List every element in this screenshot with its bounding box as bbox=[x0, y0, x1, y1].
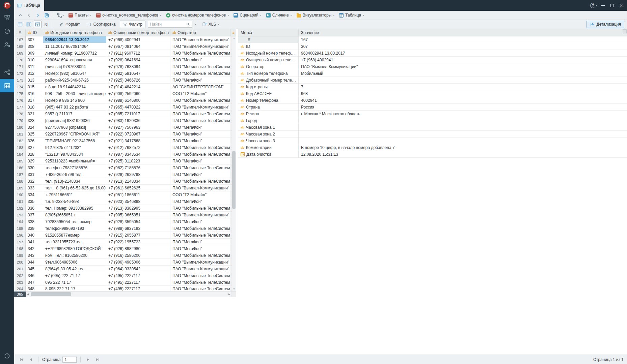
cell-operator[interactable]: ПАО "Мобильные ТелеСистемы" bbox=[170, 70, 230, 77]
cell-id[interactable]: 347 bbox=[26, 279, 43, 285]
column-header-operator[interactable]: abОператор bbox=[170, 29, 230, 36]
cell-n[interactable]: 187 bbox=[14, 171, 26, 178]
cell-operator[interactable]: ПАО "Вымпел-Коммуникации" bbox=[170, 36, 230, 43]
detail-row[interactable]: abТип номера телефонаМобильный bbox=[238, 70, 627, 77]
minimize-button[interactable] bbox=[598, 0, 607, 11]
cell-source[interactable]: тел.9221955723тел. bbox=[43, 239, 106, 245]
sidebar-item-connections[interactable] bbox=[0, 65, 14, 79]
cell-id[interactable]: 337 bbox=[26, 212, 43, 218]
table-row[interactable]: 191335т.н. 9-233-546-898+7 (923) 3546898… bbox=[14, 198, 236, 205]
column-header-id[interactable]: abID bbox=[26, 29, 43, 36]
detail-row[interactable]: abЧасовая зона 2 bbox=[238, 131, 627, 138]
cell-clean[interactable]: +7 (911) 9607712 bbox=[106, 50, 170, 56]
cell-clean[interactable]: +7 (961) 6652625 bbox=[106, 185, 170, 191]
cell-n[interactable]: 183 bbox=[14, 144, 26, 151]
cell-n[interactable]: 201 bbox=[14, 266, 26, 272]
sidebar-item-info[interactable] bbox=[0, 351, 14, 361]
cell-id[interactable]: 311 bbox=[26, 63, 43, 70]
cell-id[interactable]: 309 bbox=[26, 50, 43, 56]
cell-source[interactable]: 9152055877номер bbox=[43, 232, 106, 238]
cell-source[interactable]: 908 - 259 - 2060 - личный номер bbox=[43, 90, 106, 97]
table-row[interactable]: 186330телефон 79827185576+7 (982) 718557… bbox=[14, 164, 236, 171]
cell-n[interactable]: 169 bbox=[14, 50, 26, 56]
cell-source[interactable]: 11.11.2017 9670814064 bbox=[43, 43, 106, 50]
cell-id[interactable]: 324 bbox=[26, 124, 43, 130]
cell-id[interactable]: 343 bbox=[26, 252, 43, 259]
cell-n[interactable]: 198 bbox=[14, 245, 26, 252]
cell-clean[interactable]: +7 (925) 3466726 bbox=[106, 77, 170, 83]
cell-source[interactable]: т.н. 9-233-546-898 bbox=[43, 198, 106, 205]
breadcrumb-node[interactable]: очистка номеров телефонов▾ bbox=[164, 11, 231, 19]
table-row[interactable]: 174315с 8 до 18 9144842214+7 (914) 48422… bbox=[14, 84, 236, 90]
view-columns-button[interactable] bbox=[25, 21, 33, 28]
cell-n[interactable]: 181 bbox=[14, 131, 26, 137]
cell-n[interactable]: 200 bbox=[14, 259, 26, 265]
cell-source[interactable]: рабочий-925-346-67-26 bbox=[43, 77, 106, 83]
cell-source[interactable]: "13213" 9878343534 bbox=[43, 151, 106, 157]
vertical-scroll-thumb[interactable] bbox=[232, 151, 236, 209]
cell-source[interactable]: "ПРИЕМНАЯ" 9213417568 bbox=[43, 138, 106, 144]
cell-id[interactable]: 332 bbox=[26, 178, 43, 184]
cell-n[interactable]: 170 bbox=[14, 57, 26, 63]
view-detail-toggle-button[interactable] bbox=[34, 21, 42, 28]
cell-operator[interactable]: ПАО "Вымпел-Коммуникации" bbox=[170, 185, 230, 191]
table-row[interactable]: 2043488-095-222-71-17+7 (495) 2227117ПАО… bbox=[14, 286, 236, 291]
table-row[interactable]: 198342++79268982980 ГОРОДСКОЙ+7 (926) 89… bbox=[14, 245, 236, 252]
detail-row[interactable]: 31Дата очистки12.08.2020 15:31:13 bbox=[238, 151, 627, 158]
cell-id[interactable]: 335 bbox=[26, 198, 43, 205]
table-row[interactable]: 195339телефон9886937193+7 (988) 6937193П… bbox=[14, 225, 236, 232]
cell-operator[interactable]: ПАО "Мобильные ТелеСистемы" bbox=[170, 97, 230, 103]
table-row[interactable]: 1853299253118223 =мобильный=+7 (925) 311… bbox=[14, 158, 236, 164]
cell-operator[interactable]: ПАО "Мобильные ТелеСистемы" bbox=[170, 252, 230, 259]
cell-operator[interactable]: ПАО "МегаФон" bbox=[170, 245, 230, 252]
tab-table[interactable]: Таблица bbox=[14, 0, 44, 11]
detail-row[interactable]: abГород bbox=[238, 117, 627, 124]
cell-id[interactable]: 338 bbox=[26, 218, 43, 225]
table-row[interactable]: 177318(965) 447 83 22 работа+7 (965) 447… bbox=[14, 104, 236, 111]
page-number-input[interactable] bbox=[62, 357, 77, 363]
breadcrumb-package[interactable]: Пакеты▾ bbox=[66, 11, 93, 19]
search-options-chevron-icon[interactable]: ▾ bbox=[193, 23, 198, 26]
cell-operator[interactable]: ПАО "Мобильные ТелеСистемы" bbox=[170, 286, 230, 291]
cell-operator[interactable]: ПАО "Мобильные ТелеСистемы" bbox=[170, 144, 230, 151]
breadcrumb-merge[interactable]: Слияние▾ bbox=[264, 11, 294, 19]
table-row[interactable]: 1833279127682572 "1233"+7 (912) 7682572П… bbox=[14, 144, 236, 151]
table-row[interactable]: 2013458(964)9-33-05-42-тел.+7 (964) 9330… bbox=[14, 266, 236, 272]
cell-clean[interactable]: +7 (922) 0720967 bbox=[106, 131, 170, 137]
cell-operator[interactable]: ПАО "МегаФон" bbox=[170, 124, 230, 130]
cell-id[interactable]: 342 bbox=[26, 245, 43, 252]
cell-source[interactable]: 8-095-222-71-17 bbox=[43, 286, 106, 291]
cell-id[interactable]: 316 bbox=[26, 90, 43, 97]
cell-clean[interactable]: +7 (922) 1955723 bbox=[106, 239, 170, 245]
cell-n[interactable]: 168 bbox=[14, 43, 26, 50]
cell-clean[interactable]: +7 (916) 2586200 bbox=[106, 252, 170, 259]
detail-row[interactable]: abОчищенный номер телефона+7 (968) 40029… bbox=[238, 57, 627, 63]
cell-source-selected[interactable]: 9684002941 13.03.2017 bbox=[43, 36, 106, 43]
scroll-down-icon[interactable]: ▼ bbox=[232, 287, 236, 291]
cell-clean[interactable]: +7 (923) 3546898 bbox=[106, 198, 170, 205]
table-row[interactable]: 182326"ПРИЕМНАЯ" 9213417568+7 (921) 3417… bbox=[14, 138, 236, 144]
cell-operator[interactable]: ПАО "МегаФон" bbox=[170, 138, 230, 144]
cell-id[interactable]: 348 bbox=[26, 286, 43, 291]
cell-clean[interactable]: +7 (913) 2148334 bbox=[106, 178, 170, 184]
cell-source[interactable]: ном. Тел.: 9162586200 bbox=[43, 252, 106, 259]
next-page-button[interactable] bbox=[84, 356, 92, 363]
vertical-scrollbar[interactable]: ▲ ▼ bbox=[231, 36, 236, 291]
cell-clean[interactable]: +7 (983) 1920336 bbox=[106, 117, 170, 124]
cell-operator[interactable]: ПАО "МегаФон" bbox=[170, 198, 230, 205]
cell-id[interactable]: 330 bbox=[26, 164, 43, 171]
back-button[interactable] bbox=[25, 11, 33, 19]
cell-clean[interactable]: +7 (982) 7185576 bbox=[106, 164, 170, 171]
cell-clean[interactable]: +7 (921) 3417568 bbox=[106, 138, 170, 144]
table-row[interactable]: 19433879283595054 тел. номер+7 (928) 359… bbox=[14, 218, 236, 225]
cell-id[interactable]: 339 bbox=[26, 225, 43, 232]
cell-id[interactable]: 341 bbox=[26, 239, 43, 245]
detail-row[interactable]: abИсходный номер телефона9684002941 13.0… bbox=[238, 50, 627, 57]
cell-id[interactable]: 334 bbox=[26, 191, 43, 198]
cell-source[interactable]: 79283595054 тел. номер bbox=[43, 218, 106, 225]
sidebar-item-packages[interactable] bbox=[0, 11, 14, 24]
cell-id[interactable]: 321 bbox=[26, 111, 43, 117]
cell-clean[interactable]: +7 (908) 2592060 bbox=[106, 90, 170, 97]
scenario-tree-button[interactable]: ▾ bbox=[56, 11, 66, 19]
search-icon[interactable] bbox=[185, 22, 192, 27]
